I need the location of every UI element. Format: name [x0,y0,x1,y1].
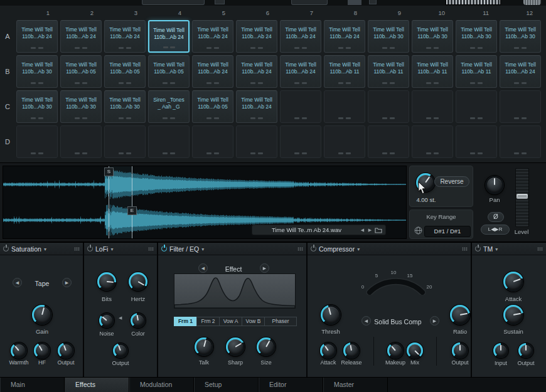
pad-cell-A3[interactable]: Time Will Tell110b...Ab 24 [104,20,146,53]
end-marker-line[interactable] [132,166,132,238]
prev-sample-icon[interactable]: ◀ [360,228,365,233]
gain-knob[interactable] [32,305,52,325]
grip-icon[interactable] [537,247,543,251]
stereo-swap-button[interactable]: L◀▶R [481,225,510,235]
pad-cell-A9[interactable]: Time Will Tell110b...Ab 30 [368,20,409,53]
prev-mode-button[interactable]: ◀ [13,278,22,287]
toolbar-tempo-box[interactable] [291,0,328,5]
pad-cell-A4[interactable]: Time Will Tell110b...Ab 24 [148,20,190,53]
pad-cell-C6[interactable]: Time Will Tell110b...Ab 24 [236,90,277,123]
folder-icon[interactable] [375,227,382,233]
pad-cell-D7[interactable] [280,125,321,158]
release-knob[interactable] [343,342,360,359]
warmth-knob[interactable] [11,342,27,359]
mix-knob[interactable] [407,342,423,359]
pad-cell-D3[interactable] [104,125,146,158]
filter-tab-vow-a[interactable]: Vow A [219,317,242,326]
pad-cell-A2[interactable]: Time Will Tell110b...Ab 24 [60,20,102,53]
prev-effect-button[interactable]: ◀ [198,263,208,273]
pad-cell-D10[interactable] [412,125,453,158]
power-icon[interactable] [161,246,167,252]
pad-cell-A1[interactable]: Time Will Tell110b...Ab 24 [16,20,58,53]
pad-cell-B3[interactable]: Time Will Tell110b...Ab 05 [104,55,146,88]
pad-cell-C4[interactable]: Siren _Tones_ Aah _G [148,90,190,123]
power-icon[interactable] [311,246,316,252]
pad-cell-A7[interactable]: Time Will Tell110b...Ab 24 [280,20,321,53]
filter-tab-vow-b[interactable]: Vow B [242,317,265,326]
pad-cell-A11[interactable]: Time Will Tell110b...Ab 30 [456,20,497,53]
pad-cell-C3[interactable]: Time Will Tell110b...Ab 30 [104,90,146,123]
bits-knob[interactable] [97,272,116,291]
start-marker-flag[interactable]: S [104,167,114,176]
pad-cell-B8[interactable]: Time Will Tell110b...Ab 11 [324,55,365,88]
pad-cell-A10[interactable]: Time Will Tell110b...Ab 30 [412,20,453,53]
reverse-button[interactable]: Reverse [434,176,469,187]
filter-tab-frm-2[interactable]: Frm 2 [196,317,220,326]
pad-cell-D1[interactable] [16,125,58,158]
pad-cell-B9[interactable]: Time Will Tell110b...Ab 11 [368,55,409,88]
pad-cell-B11[interactable]: Time Will Tell110b...Ab 11 [456,55,497,88]
output-knob[interactable] [58,342,74,359]
waveform-display[interactable]: S E Time Will Te..m Ab 24.wav ◀ ▶ [3,166,407,239]
pad-cell-C12[interactable] [500,90,541,123]
pad-cell-D11[interactable] [456,125,497,158]
next-comp-mode-button[interactable]: ▶ [430,316,439,326]
grip-icon[interactable] [148,247,154,251]
pad-cell-C8[interactable] [324,90,365,123]
pad-cell-B12[interactable]: Time Will Tell110b...Ab 24 [500,55,541,88]
next-mode-button[interactable]: ▶ [62,278,72,287]
hf-knob[interactable] [34,342,50,359]
pad-cell-B10[interactable]: Time Will Tell110b...Ab 11 [412,55,453,88]
talk-knob[interactable] [195,337,213,356]
next-effect-button[interactable]: ▶ [260,263,269,273]
filter-tab-frm-1[interactable]: Frm 1 [174,317,197,326]
fx-module-selector[interactable]: Compressor [319,245,355,253]
grip-icon[interactable] [297,247,303,251]
output-knob[interactable] [452,342,468,359]
pad-cell-C2[interactable]: Time Will Tell110b...Ab 30 [60,90,102,123]
toolbar-dropdown[interactable] [142,0,205,5]
attack-knob[interactable] [320,342,336,359]
fx-module-selector[interactable]: Saturation [11,245,41,253]
phase-invert-button[interactable]: Ø [488,212,504,222]
pan-knob[interactable] [485,176,504,194]
pad-cell-B7[interactable]: Time Will Tell110b...Ab 24 [280,55,321,88]
makeup-knob[interactable] [387,342,404,359]
footer-tab-master[interactable]: Master [323,378,388,392]
pad-cell-D6[interactable] [236,125,277,158]
toolbar-small-button[interactable] [369,0,377,4]
key-range-value[interactable]: D#1 / D#1 [424,226,471,237]
pad-cell-C5[interactable]: Time Will Tell110b...Ab 05 [192,90,233,123]
pad-cell-A5[interactable]: Time Will Tell110b...Ab 24 [192,20,233,53]
pad-cell-B4[interactable]: Time Will Tell110b...Ab 05 [148,55,190,88]
pad-cell-C10[interactable] [412,90,453,123]
footer-tab-editor[interactable]: Editor [259,378,323,392]
pad-cell-C1[interactable]: Time Will Tell110b...Ab 30 [16,90,58,123]
start-marker-line[interactable] [109,166,109,238]
pad-cell-D4[interactable] [148,125,190,158]
pad-cell-B5[interactable]: Time Will Tell110b...Ab 24 [192,55,233,88]
fx-module-selector[interactable]: Filter / EQ [169,245,199,253]
level-slider[interactable] [515,168,529,227]
next-sample-icon[interactable]: ▶ [367,228,373,233]
pad-cell-A8[interactable]: Time Will Tell110b...Ab 24 [324,20,365,53]
level-slider-handle[interactable] [517,194,528,199]
pad-cell-B1[interactable]: Time Will Tell110b...Ab 30 [16,55,58,88]
pad-cell-C7[interactable] [280,90,321,123]
power-icon[interactable] [3,246,9,252]
color-knob[interactable] [131,313,146,328]
grip-icon[interactable] [74,247,80,251]
master-volume-knob[interactable] [523,0,541,5]
pad-cell-D12[interactable] [500,125,541,158]
power-icon[interactable] [475,246,481,252]
sharp-knob[interactable] [226,337,245,356]
output-knob[interactable] [113,343,128,358]
pad-cell-A12[interactable]: Time Will Tell110b...Ab 30 [500,20,541,53]
pad-cell-C9[interactable] [368,90,409,123]
pad-cell-D2[interactable] [60,125,102,158]
toolbar-box[interactable] [348,0,361,5]
grip-icon[interactable] [462,247,468,251]
pad-cell-A6[interactable]: Time Will Tell110b...Ab 24 [236,20,277,53]
pad-cell-B2[interactable]: Time Will Tell110b...Ab 05 [60,55,102,88]
end-marker-flag[interactable]: E [127,206,137,215]
